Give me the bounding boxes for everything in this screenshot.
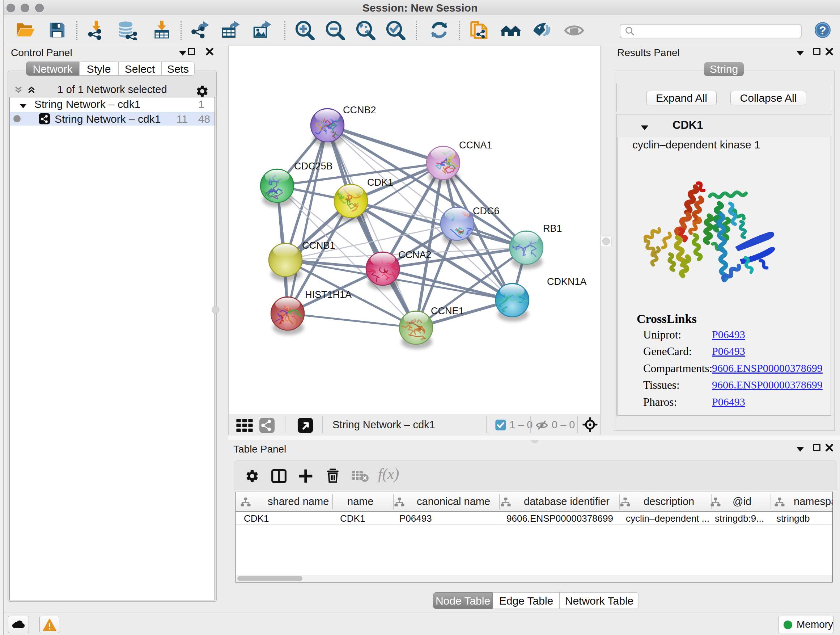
svg-text:CDC25B: CDC25B — [294, 161, 333, 172]
svg-text:HIST1H1A: HIST1H1A — [305, 289, 352, 300]
svg-text:CCNB2: CCNB2 — [343, 105, 376, 116]
svg-text:CCNE1: CCNE1 — [431, 306, 464, 317]
svg-text:CCNA1: CCNA1 — [459, 140, 493, 150]
svg-text:RB1: RB1 — [543, 223, 562, 234]
svg-text:?: ? — [819, 24, 826, 37]
svg-text:CCNA2: CCNA2 — [398, 249, 431, 260]
svg-text:CDK1: CDK1 — [367, 177, 393, 188]
svg-text:CCNB1: CCNB1 — [302, 240, 335, 251]
svg-text:CDKN1A: CDKN1A — [547, 276, 587, 287]
svg-text:CDC6: CDC6 — [473, 206, 500, 217]
